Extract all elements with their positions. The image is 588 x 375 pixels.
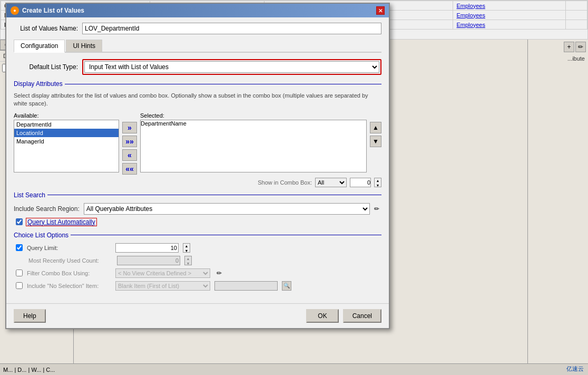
modal-title: Create List of Values	[22, 7, 84, 14]
bottom-bar-text: M... | D... | W... | C...	[3, 367, 55, 373]
selected-list: Selected: DepartmentName	[140, 112, 367, 172]
query-limit-spinner[interactable]: ▲ ▼	[183, 243, 190, 253]
no-selection-row: Include "No Selection" Item: Blank Item …	[14, 281, 381, 291]
available-label: Available:	[14, 112, 119, 119]
attrs-row: Available: DepartmentId LocationId Manag…	[14, 112, 381, 175]
filter-combo-edit-button[interactable]: ✏	[214, 268, 224, 278]
attrs-ud-buttons: ▲ ▼	[370, 112, 381, 147]
list-item[interactable]: ManagerId	[14, 137, 119, 146]
bottom-bar: M... | D... | W... | C...	[0, 363, 588, 375]
ok-button[interactable]: OK	[306, 309, 338, 323]
no-selection-label: Include "No Selection" Item:	[27, 283, 111, 289]
filter-combo-row: Filter Combo Box Using: < No View Criter…	[14, 268, 381, 278]
default-list-type-select[interactable]: Input Text with List of Values Select On…	[84, 61, 379, 73]
table-cell	[565, 20, 587, 30]
include-search-edit-button[interactable]: ✏	[372, 204, 381, 214]
move-left-button[interactable]: «	[122, 149, 137, 161]
modal-footer: Help OK Cancel	[6, 303, 389, 328]
list-search-section: List Search Include Search Region: All Q…	[14, 191, 381, 226]
move-right-all-button[interactable]: »»	[122, 136, 137, 147]
watermark: 亿速云	[566, 365, 584, 373]
move-up-button[interactable]: ▲	[370, 122, 381, 133]
attribute-label: ...ibute	[528, 54, 588, 63]
table-link-cell[interactable]: Employees	[453, 1, 565, 11]
show-combo-select[interactable]: All First Custom	[315, 178, 347, 187]
query-auto-label: Query List Automatically	[26, 218, 97, 226]
query-limit-input[interactable]	[115, 243, 179, 253]
right-panel: + ✏ ...ibute	[527, 40, 588, 375]
move-right-button[interactable]: »	[122, 122, 137, 133]
help-button[interactable]: Help	[14, 309, 46, 323]
query-auto-checkbox[interactable]	[16, 218, 23, 225]
combo-row: Show in Combo Box: All First Custom ▲ ▼	[14, 178, 381, 187]
no-selection-select: Blank Item (First of List)	[115, 281, 210, 291]
list-item[interactable]: DepartmentId	[14, 120, 119, 129]
display-attributes-desc: Select display attributes for the list o…	[14, 92, 381, 108]
query-auto-row: Query List Automatically	[14, 218, 381, 226]
combo-count-spinner[interactable]: ▲ ▼	[374, 178, 381, 187]
attrs-move-buttons: » »» « ««	[122, 112, 137, 175]
move-down-button[interactable]: ▼	[370, 136, 381, 147]
include-search-label: Include Search Region:	[14, 205, 80, 213]
list-item-selected[interactable]: LocationId	[14, 129, 119, 137]
move-left-all-button[interactable]: ««	[122, 163, 137, 175]
default-list-type-label: Default List Type:	[14, 63, 82, 71]
include-search-select-wrapper: All Queryable Attributes None Custom ✏	[84, 203, 381, 215]
modal-close-button[interactable]: ✕	[376, 6, 385, 15]
recently-used-label: Most Recently Used Count:	[28, 257, 113, 264]
tab-configuration[interactable]: Configuration	[14, 40, 65, 53]
display-attributes-section: Display Attributes Select display attrib…	[14, 80, 381, 187]
cancel-button[interactable]: Cancel	[343, 309, 381, 323]
tab-ui-hints[interactable]: UI Hints	[66, 40, 102, 52]
modal-body: List of Values Name: Configuration UI Hi…	[6, 17, 389, 299]
add-button[interactable]: +	[564, 42, 574, 52]
combo-count-input[interactable]	[350, 178, 371, 187]
include-search-row: Include Search Region: All Queryable Att…	[14, 203, 381, 215]
selected-label: Selected:	[140, 112, 367, 119]
display-attributes-header: Display Attributes	[14, 80, 381, 88]
no-selection-checkbox[interactable]	[16, 282, 23, 289]
no-selection-text-input	[214, 281, 278, 291]
default-list-type-wrapper: Input Text with List of Values Select On…	[82, 59, 381, 75]
recently-used-row: Most Recently Used Count: ▲ ▼	[14, 256, 381, 265]
lov-name-row: List of Values Name:	[14, 23, 381, 34]
right-toolbar: + ✏	[528, 40, 588, 54]
lov-name-label: List of Values Name:	[14, 25, 82, 32]
table-link-cell[interactable]: Employees	[453, 20, 565, 30]
query-limit-label: Query Limit:	[27, 245, 111, 251]
available-list: Available: DepartmentId LocationId Manag…	[14, 112, 119, 172]
modal-title-left: ● Create List of Values	[11, 6, 160, 15]
table-cell	[565, 11, 587, 20]
choice-list-header: Choice List Options	[14, 232, 381, 239]
filter-combo-checkbox[interactable]	[16, 270, 23, 276]
filter-combo-label: Filter Combo Box Using:	[27, 270, 111, 276]
query-limit-checkbox[interactable]	[16, 244, 23, 251]
include-search-select[interactable]: All Queryable Attributes None Custom	[84, 203, 370, 215]
list-search-header: List Search	[14, 191, 381, 199]
recently-used-spinner: ▲ ▼	[184, 256, 192, 265]
selected-list-item[interactable]: DepartmentName	[141, 120, 366, 127]
table-cell	[565, 1, 587, 11]
filter-combo-select: < No View Criteria Defined >	[115, 268, 210, 278]
selected-listbox[interactable]: DepartmentName	[140, 120, 367, 172]
modal-dialog: ● Create List of Values ✕ List of Values…	[5, 3, 390, 329]
no-selection-search-button[interactable]: 🔍	[282, 281, 291, 291]
lov-name-input[interactable]	[82, 23, 381, 34]
modal-nav-tab1	[87, 7, 160, 14]
edit-button[interactable]: ✏	[575, 42, 586, 52]
query-limit-row: Query Limit: ▲ ▼	[14, 243, 381, 253]
modal-tabs: Configuration UI Hints	[14, 40, 381, 53]
modal-titlebar: ● Create List of Values ✕	[6, 4, 389, 17]
modal-icon: ●	[11, 6, 19, 15]
default-list-type-row: Default List Type: Input Text with List …	[14, 59, 381, 75]
show-combo-label: Show in Combo Box:	[258, 179, 312, 186]
choice-list-section: Choice List Options Query Limit: ▲ ▼ Mos…	[14, 232, 381, 291]
recently-used-input	[117, 256, 180, 265]
footer-right-buttons: OK Cancel	[306, 309, 381, 323]
table-link-cell[interactable]: Employees	[453, 11, 565, 20]
available-listbox[interactable]: DepartmentId LocationId ManagerId	[14, 120, 119, 172]
